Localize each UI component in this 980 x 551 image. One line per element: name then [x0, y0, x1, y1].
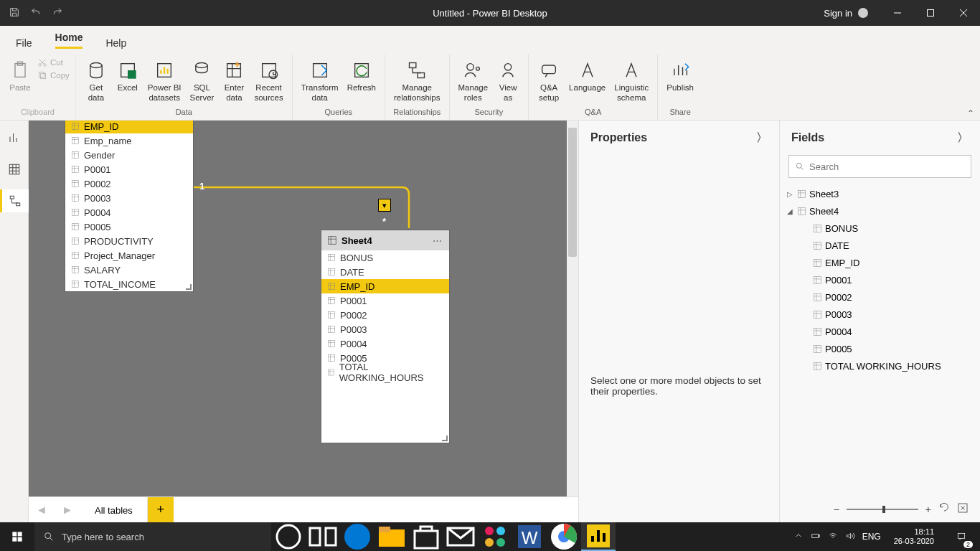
- wifi-icon[interactable]: [828, 531, 838, 543]
- cortana-icon[interactable]: [271, 522, 306, 551]
- tree-field[interactable]: EMP_ID: [803, 254, 973, 271]
- powerbi-taskbar-icon[interactable]: [581, 522, 616, 551]
- mail-icon[interactable]: [443, 522, 478, 551]
- word-icon[interactable]: W: [512, 522, 547, 551]
- collapse-fields-icon[interactable]: 〉: [957, 131, 969, 146]
- chrome-icon[interactable]: [547, 522, 581, 551]
- tray-overflow-icon[interactable]: [793, 531, 804, 543]
- linguistic-schema-button[interactable]: Linguistic schema: [611, 57, 651, 105]
- menu-home[interactable]: Home: [44, 24, 95, 55]
- manage-roles-button[interactable]: Manage roles: [456, 57, 491, 105]
- tree-field[interactable]: BONUS: [803, 220, 973, 237]
- field-row[interactable]: Emp_name: [65, 133, 193, 148]
- get-data-button[interactable]: Get data: [82, 57, 110, 105]
- relationship-filter-icon[interactable]: ▾: [378, 199, 391, 212]
- battery-icon[interactable]: [811, 531, 821, 543]
- view-as-button[interactable]: View as: [494, 57, 522, 105]
- field-row[interactable]: TOTAL WORKING_HOURS: [321, 365, 449, 380]
- field-row[interactable]: P0005: [65, 220, 193, 234]
- tree-field[interactable]: TOTAL WORKING_HOURS: [803, 357, 973, 375]
- sql-server-button[interactable]: SQL Server: [187, 57, 217, 105]
- tree-node-sheet4[interactable]: ◢ Sheet4: [787, 202, 973, 220]
- data-view-button[interactable]: [0, 158, 29, 181]
- collapse-properties-icon[interactable]: 〉: [756, 131, 768, 146]
- store-icon[interactable]: [409, 522, 443, 551]
- field-row[interactable]: P0001: [65, 162, 193, 176]
- resize-handle-icon[interactable]: [442, 435, 449, 443]
- field-row[interactable]: P0002: [321, 308, 449, 322]
- language-indicator[interactable]: ENG: [862, 532, 881, 542]
- table-card-sheet4[interactable]: Sheet4 ⋯ BONUSDATEEMP_IDP0001P0002P0003P…: [321, 230, 450, 443]
- collapse-ribbon-icon[interactable]: ⌃: [967, 108, 974, 118]
- fields-search[interactable]: [788, 155, 971, 178]
- model-view-button[interactable]: [0, 189, 29, 212]
- tree-field[interactable]: DATE: [803, 237, 973, 254]
- field-row[interactable]: SALARY: [65, 263, 193, 277]
- zoom-slider[interactable]: [847, 509, 918, 510]
- add-tab-button[interactable]: +: [148, 497, 174, 523]
- edge-icon[interactable]: [340, 522, 374, 551]
- table-more-icon[interactable]: ⋯: [433, 235, 443, 246]
- minimize-button[interactable]: [881, 0, 914, 26]
- zoom-in-button[interactable]: +: [925, 504, 931, 515]
- canvas-scrollbar[interactable]: [567, 121, 578, 496]
- field-row[interactable]: DATE: [321, 265, 449, 279]
- enter-data-button[interactable]: Enter data: [220, 57, 248, 105]
- model-canvas[interactable]: EMP_IDEmp_nameGenderP0001P0002P0003P0004…: [29, 121, 578, 496]
- tree-node-sheet3[interactable]: ▷ Sheet3: [787, 185, 973, 202]
- zoom-fit-button[interactable]: [957, 502, 969, 517]
- fields-search-input[interactable]: [809, 161, 965, 172]
- field-row[interactable]: P0001: [321, 293, 449, 308]
- zoom-out-button[interactable]: −: [834, 504, 839, 515]
- field-row[interactable]: P0002: [65, 176, 193, 191]
- field-row[interactable]: P0004: [65, 205, 193, 220]
- recent-sources-button[interactable]: Recent sources: [251, 57, 286, 105]
- excel-button[interactable]: Excel: [113, 57, 142, 95]
- redo-icon[interactable]: [52, 6, 63, 20]
- tab-next-button[interactable]: ►: [55, 497, 80, 523]
- field-row[interactable]: Project_Manager: [65, 248, 193, 263]
- publish-button[interactable]: Publish: [664, 57, 697, 95]
- taskbar-search[interactable]: Type here to search: [34, 522, 271, 551]
- tree-field[interactable]: P0001: [803, 271, 973, 288]
- close-button[interactable]: [947, 0, 980, 26]
- field-row[interactable]: EMP_ID: [65, 121, 193, 133]
- zoom-reset-button[interactable]: [938, 502, 950, 517]
- undo-icon[interactable]: [30, 6, 42, 20]
- field-row[interactable]: TOTAL_INCOME: [65, 277, 193, 291]
- table-card-sheet3[interactable]: EMP_IDEmp_nameGenderP0001P0002P0003P0004…: [65, 121, 194, 292]
- explorer-icon[interactable]: [374, 522, 409, 551]
- refresh-button[interactable]: Refresh: [344, 57, 379, 95]
- transform-data-button[interactable]: Transform data: [298, 57, 341, 105]
- maximize-button[interactable]: [914, 0, 947, 26]
- field-row[interactable]: Gender: [65, 148, 193, 162]
- resize-handle-icon[interactable]: [186, 284, 193, 291]
- start-button[interactable]: [0, 522, 34, 551]
- tree-field[interactable]: P0005: [803, 340, 973, 357]
- qa-setup-button[interactable]: Q&A setup: [534, 57, 563, 105]
- field-row[interactable]: PRODUCTIVITY: [65, 234, 193, 248]
- save-icon[interactable]: [9, 6, 20, 20]
- menu-file[interactable]: File: [4, 30, 44, 55]
- tree-field[interactable]: P0003: [803, 306, 973, 323]
- field-row[interactable]: BONUS: [321, 250, 449, 265]
- menu-help[interactable]: Help: [94, 30, 138, 55]
- notifications-icon[interactable]: 2: [947, 522, 976, 551]
- tab-prev-button[interactable]: ◄: [29, 497, 55, 523]
- field-row[interactable]: P0004: [321, 336, 449, 351]
- tree-field[interactable]: P0002: [803, 288, 973, 306]
- tab-all-tables[interactable]: All tables: [80, 497, 148, 523]
- field-row[interactable]: EMP_ID: [321, 279, 449, 293]
- sign-in-button[interactable]: Sign in: [811, 8, 881, 19]
- powerbi-datasets-button[interactable]: Power BI datasets: [145, 57, 184, 105]
- language-button[interactable]: Language: [566, 57, 608, 95]
- field-row[interactable]: P0003: [321, 322, 449, 336]
- tree-field[interactable]: P0004: [803, 323, 973, 340]
- manage-relationships-button[interactable]: Manage relationships: [391, 57, 443, 105]
- slack-icon[interactable]: [478, 522, 512, 551]
- clock[interactable]: 18:11 26-03-2020: [888, 527, 940, 546]
- volume-icon[interactable]: [845, 531, 855, 543]
- report-view-button[interactable]: [0, 126, 29, 149]
- taskview-icon[interactable]: [306, 522, 340, 551]
- field-row[interactable]: P0003: [65, 191, 193, 205]
